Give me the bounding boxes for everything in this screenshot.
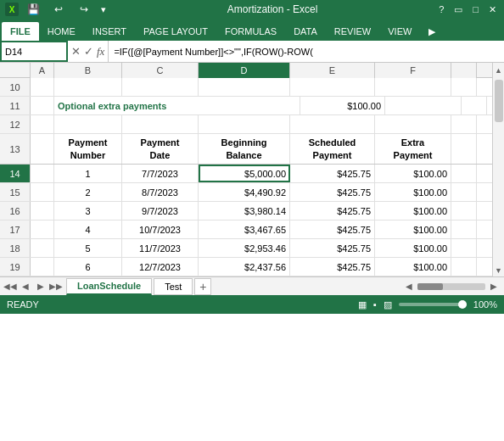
cell-f18[interactable]: $100.00 <box>375 239 451 257</box>
cell-d14[interactable]: $5,000.00 <box>199 165 290 182</box>
cell-d16[interactable]: $3,980.14 <box>199 202 290 220</box>
close-button[interactable]: ✕ <box>486 3 499 16</box>
cell-a15[interactable] <box>31 183 54 201</box>
cell-d10[interactable] <box>199 78 290 96</box>
hscroll-thumb[interactable] <box>417 283 443 290</box>
sheet-tab-loanschedule[interactable]: LoanSchedule <box>66 278 152 295</box>
col-header-c[interactable]: C <box>122 63 199 78</box>
cell-g19[interactable] <box>451 258 477 276</box>
tab-file[interactable]: FILE <box>2 22 39 41</box>
cell-c17[interactable]: 10/7/2023 <box>122 220 199 238</box>
cell-g15[interactable] <box>451 183 477 201</box>
cell-b15[interactable]: 2 <box>54 183 122 201</box>
cell-a12[interactable] <box>31 115 54 133</box>
cell-f12[interactable] <box>375 115 451 133</box>
confirm-icon[interactable]: ✓ <box>84 45 93 58</box>
cell-f14[interactable]: $100.00 <box>375 165 451 182</box>
cell-c19[interactable]: 12/7/2023 <box>122 258 199 276</box>
cell-f13[interactable]: ExtraPayment <box>375 134 451 164</box>
cell-a11[interactable] <box>31 97 54 114</box>
cancel-icon[interactable]: ✕ <box>71 45 81 58</box>
tab-formulas[interactable]: FORMULAS <box>216 22 285 41</box>
cell-g14[interactable] <box>451 165 477 182</box>
cell-b16[interactable]: 3 <box>54 202 122 220</box>
cell-a10[interactable] <box>31 78 54 96</box>
sheet-nav-prev[interactable]: ◀ <box>19 280 32 293</box>
add-sheet-button[interactable]: + <box>194 278 211 295</box>
cell-a16[interactable] <box>31 202 54 220</box>
cell-g17[interactable] <box>451 220 477 238</box>
cell-e19[interactable]: $425.75 <box>290 258 375 276</box>
col-header-d[interactable]: D <box>199 63 290 78</box>
cell-e11[interactable]: $100.00 <box>300 97 385 114</box>
cell-d12[interactable] <box>199 115 290 133</box>
function-icon[interactable]: fx <box>97 45 104 59</box>
cell-e10[interactable] <box>290 78 375 96</box>
cell-c18[interactable]: 11/7/2023 <box>122 239 199 257</box>
col-header-b[interactable]: B <box>54 63 122 78</box>
tab-data[interactable]: DATA <box>285 22 326 41</box>
col-header-e[interactable]: E <box>290 63 375 78</box>
minimize-button[interactable]: ▭ <box>451 3 465 16</box>
cell-d19[interactable]: $2,437.56 <box>199 258 290 276</box>
cell-c16[interactable]: 9/7/2023 <box>122 202 199 220</box>
scroll-up-arrow[interactable]: ▲ <box>493 64 505 76</box>
cell-d13[interactable]: BeginningBalance <box>199 134 290 164</box>
scrollbar-thumb[interactable] <box>495 80 503 122</box>
quick-redo[interactable]: ↪ <box>73 0 95 20</box>
tab-review[interactable]: REVIEW <box>326 22 379 41</box>
cell-f15[interactable]: $100.00 <box>375 183 451 201</box>
cell-b19[interactable]: 6 <box>54 258 122 276</box>
cell-a17[interactable] <box>31 220 54 238</box>
cell-b10[interactable] <box>54 78 122 96</box>
cell-f19[interactable]: $100.00 <box>375 258 451 276</box>
cell-f17[interactable]: $100.00 <box>375 220 451 238</box>
cell-g16[interactable] <box>451 202 477 220</box>
cell-a14[interactable] <box>31 165 54 182</box>
col-header-a[interactable]: A <box>31 63 54 78</box>
cell-e18[interactable]: $425.75 <box>290 239 375 257</box>
cell-c12[interactable] <box>122 115 199 133</box>
cell-c14[interactable]: 7/7/2023 <box>122 165 199 182</box>
cell-g13[interactable] <box>451 134 477 164</box>
cell-c13[interactable]: PaymentDate <box>122 134 199 164</box>
tab-home[interactable]: HOME <box>39 22 84 41</box>
cell-b17[interactable]: 4 <box>54 220 122 238</box>
cell-e16[interactable]: $425.75 <box>290 202 375 220</box>
normal-view-icon[interactable]: ▪ <box>373 299 377 310</box>
vertical-scrollbar[interactable]: ▲ ▼ <box>492 63 504 276</box>
name-box[interactable]: D14 <box>0 41 68 62</box>
cell-b18[interactable]: 5 <box>54 239 122 257</box>
cell-g12[interactable] <box>451 115 477 133</box>
maximize-button[interactable]: □ <box>470 3 481 15</box>
cell-a18[interactable] <box>31 239 54 257</box>
cell-f10[interactable] <box>375 78 451 96</box>
cell-f11[interactable] <box>385 97 462 114</box>
cell-d17[interactable]: $3,467.65 <box>199 220 290 238</box>
cell-b13[interactable]: PaymentNumber <box>54 134 122 164</box>
cell-e13[interactable]: ScheduledPayment <box>290 134 375 164</box>
cell-g10[interactable] <box>451 78 477 96</box>
page-layout-icon[interactable]: ▦ <box>358 299 367 310</box>
quick-undo[interactable]: ↩ <box>48 0 70 20</box>
tab-more[interactable]: ▶ <box>420 22 444 41</box>
horizontal-scrollbar[interactable] <box>417 283 485 290</box>
cell-b14[interactable]: 1 <box>54 165 122 182</box>
cell-c15[interactable]: 8/7/2023 <box>122 183 199 201</box>
customize-quick-access[interactable]: ▾ <box>98 3 109 16</box>
cell-d15[interactable]: $4,490.92 <box>199 183 290 201</box>
page-break-icon[interactable]: ▨ <box>384 299 392 310</box>
zoom-slider[interactable] <box>399 303 467 306</box>
sheet-nav-first[interactable]: ◀◀ <box>3 280 17 293</box>
quick-save[interactable]: 💾 <box>22 0 44 20</box>
formula-input[interactable] <box>109 47 504 57</box>
cell-g11[interactable] <box>462 97 487 114</box>
col-header-f[interactable]: F <box>375 63 451 78</box>
cell-e15[interactable]: $425.75 <box>290 183 375 201</box>
hscroll-left[interactable]: ◀ <box>402 280 416 293</box>
sheet-tab-test[interactable]: Test <box>154 278 193 295</box>
cell-e17[interactable]: $425.75 <box>290 220 375 238</box>
col-header-g[interactable] <box>451 63 477 78</box>
sheet-nav-next[interactable]: ▶ <box>34 280 48 293</box>
hscroll-right[interactable]: ▶ <box>487 280 501 293</box>
